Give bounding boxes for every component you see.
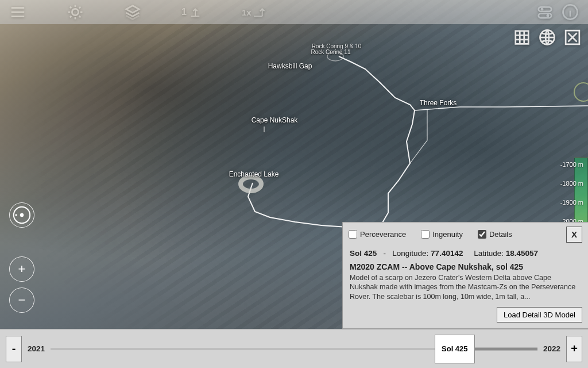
close-overlay-icon[interactable]	[564, 29, 581, 46]
timeline-track[interactable]: Sol 425	[51, 336, 537, 362]
sun-icon[interactable]	[67, 3, 84, 21]
settings-toggle-icon[interactable]	[536, 3, 554, 21]
info-icon[interactable]	[562, 3, 579, 21]
label-enchanted-lake: Enchanted Lake	[229, 170, 279, 178]
lat-value: 18.45057	[506, 249, 538, 258]
svg-rect-4	[539, 7, 552, 12]
layers-icon[interactable]	[124, 3, 141, 21]
panel-description: Model of a scarp on Jezero Crater's West…	[343, 273, 588, 308]
timeline-step-forward-button[interactable]: +	[566, 336, 582, 362]
svg-point-7	[547, 14, 550, 17]
panel-meta-line: Sol 425 - Longitude: 77.40142 Latitude: …	[343, 247, 588, 262]
sol-value: Sol 425	[350, 249, 377, 258]
checkbox-perseverance[interactable]: Perceverance	[349, 230, 406, 239]
checkbox-details-label: Details	[489, 230, 512, 239]
zoom-in-button[interactable]: +	[9, 256, 34, 282]
lon-value: 77.40142	[431, 249, 463, 258]
svg-point-12	[21, 214, 24, 217]
svg-point-5	[541, 8, 544, 11]
orbit-compass-button[interactable]	[9, 202, 34, 228]
elev-label-2: -1900 m	[560, 199, 583, 206]
tick-cape-nukshak	[264, 126, 265, 132]
timeline-year-end: 2022	[543, 344, 560, 353]
timeline-year-start: 2021	[28, 344, 45, 353]
horizontal-scale-control[interactable]: 1x	[242, 6, 266, 18]
label-rock-coring-b: Rock Coring 11	[311, 49, 351, 55]
svg-rect-6	[539, 14, 552, 18]
zoom-out-button[interactable]: −	[9, 288, 34, 313]
label-cape-nukshak: Cape NukShak	[252, 116, 298, 124]
globe-icon[interactable]	[539, 29, 556, 46]
checkbox-ingenuity[interactable]: Ingenuity	[421, 230, 463, 239]
svg-point-13	[15, 214, 17, 216]
map-mode-tools	[513, 29, 581, 46]
timeline-step-back-button[interactable]: -	[6, 336, 22, 362]
menu-icon[interactable]	[9, 3, 26, 21]
location-detail-panel: Perceverance Ingenuity Details X Sol 425…	[342, 222, 588, 329]
elev-label-1: -1800 m	[560, 180, 583, 187]
vert-exag-value: 1	[181, 7, 187, 17]
vertical-exaggeration-control[interactable]: 1	[181, 6, 202, 18]
checkbox-details[interactable]: Details	[478, 230, 512, 239]
elev-label-0: -1700 m	[560, 161, 583, 168]
checkbox-ingenuity-label: Ingenuity	[432, 230, 463, 239]
svg-point-3	[72, 9, 78, 15]
sol-timeline: - 2021 Sol 425 2022 +	[0, 329, 588, 368]
top-toolbar: 1 1x	[0, 0, 588, 24]
lat-label: Latitude:	[474, 249, 504, 258]
hor-scale-value: 1x	[242, 7, 252, 17]
panel-title: M2020 ZCAM -- Above Cape Nukshak, sol 42…	[343, 262, 588, 273]
checkbox-perseverance-label: Perceverance	[360, 230, 406, 239]
lon-label: Longitude:	[392, 249, 428, 258]
load-3d-model-button[interactable]: Load Detail 3D Model	[497, 307, 582, 323]
label-three-forks: Three Forks	[420, 99, 457, 107]
label-hawksbill: Hawksbill Gap	[268, 62, 312, 70]
timeline-marker[interactable]: Sol 425	[435, 335, 475, 363]
close-panel-button[interactable]: X	[566, 227, 582, 243]
grid-icon[interactable]	[513, 29, 531, 46]
